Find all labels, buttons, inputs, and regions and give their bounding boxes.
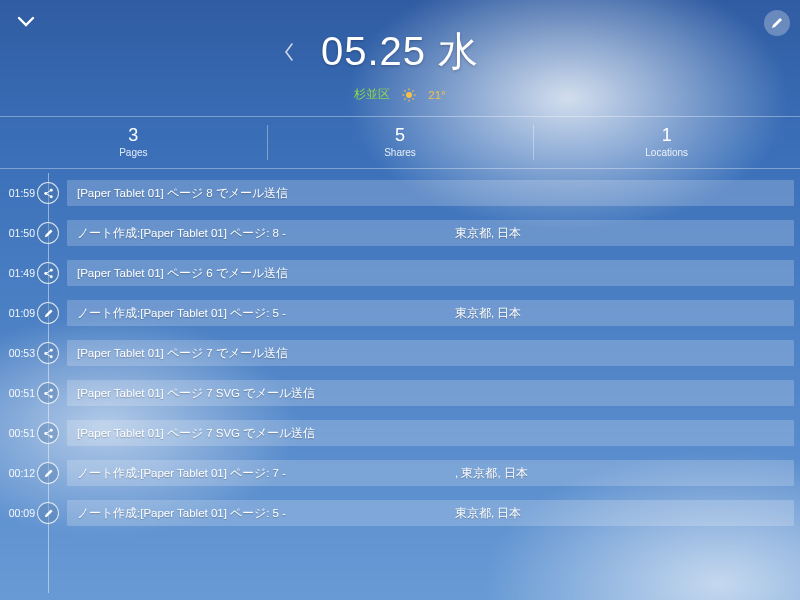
entry-time: 00:12 xyxy=(0,467,35,479)
location-name: 杉並区 xyxy=(354,87,390,102)
stats-row: 3 Pages 5 Shares 1 Locations xyxy=(0,116,800,169)
svg-line-17 xyxy=(46,270,49,272)
svg-line-7 xyxy=(405,98,406,99)
sun-icon xyxy=(402,88,416,102)
stat-shares[interactable]: 5 Shares xyxy=(267,117,534,168)
pencil-icon xyxy=(37,462,59,484)
entry-bar: ノート作成:[Paper Tablet 01] ページ: 5 -東京都, 日本 xyxy=(67,300,794,326)
entry-text: ノート作成:[Paper Tablet 01] ページ: 7 - xyxy=(77,466,286,481)
entry-bar: ノート作成:[Paper Tablet 01] ページ: 8 -東京都, 日本 xyxy=(67,220,794,246)
svg-line-28 xyxy=(46,394,49,396)
entry-text: ノート作成:[Paper Tablet 01] ページ: 5 - xyxy=(77,506,286,521)
svg-line-33 xyxy=(46,434,49,436)
entry-location: , 東京都, 日本 xyxy=(455,466,655,481)
share-icon xyxy=(37,422,59,444)
stat-label: Pages xyxy=(0,147,267,158)
pencil-icon xyxy=(37,302,59,324)
stat-count: 1 xyxy=(533,125,800,146)
entry-text: [Paper Tablet 01] ページ 7 SVG でメール送信 xyxy=(77,386,315,401)
weather-row: 杉並区 21° xyxy=(0,87,800,102)
pencil-icon xyxy=(37,222,59,244)
entry-bar: [Paper Tablet 01] ページ 7 SVG でメール送信 xyxy=(67,380,794,406)
entry-time: 00:09 xyxy=(0,507,35,519)
share-icon xyxy=(37,382,59,404)
share-icon xyxy=(37,182,59,204)
timeline-entry[interactable]: 00:51[Paper Tablet 01] ページ 7 SVG でメール送信 xyxy=(0,413,800,453)
svg-line-22 xyxy=(46,350,49,352)
entry-location: 東京都, 日本 xyxy=(455,226,655,241)
entry-bar: [Paper Tablet 01] ページ 7 でメール送信 xyxy=(67,340,794,366)
prev-day-button[interactable] xyxy=(283,41,295,63)
entry-time: 01:50 xyxy=(0,227,35,239)
date-title: 05.25 水 xyxy=(321,24,479,79)
entry-location: 東京都, 日本 xyxy=(455,506,655,521)
stat-locations[interactable]: 1 Locations xyxy=(533,117,800,168)
share-icon xyxy=(37,262,59,284)
timeline-entry[interactable]: 01:59[Paper Tablet 01] ページ 8 でメール送信 xyxy=(0,173,800,213)
entry-text: [Paper Tablet 01] ページ 7 SVG でメール送信 xyxy=(77,426,315,441)
entry-time: 00:53 xyxy=(0,347,35,359)
entry-text: [Paper Tablet 01] ページ 8 でメール送信 xyxy=(77,186,288,201)
entry-text: ノート作成:[Paper Tablet 01] ページ: 5 - xyxy=(77,306,286,321)
svg-line-12 xyxy=(46,190,49,192)
temperature: 21° xyxy=(428,89,445,101)
entry-bar: ノート作成:[Paper Tablet 01] ページ: 5 -東京都, 日本 xyxy=(67,500,794,526)
timeline-entry[interactable]: 00:12ノート作成:[Paper Tablet 01] ページ: 7 -, 東… xyxy=(0,453,800,493)
timeline: 01:59[Paper Tablet 01] ページ 8 でメール送信01:50… xyxy=(0,173,800,593)
entry-text: ノート作成:[Paper Tablet 01] ページ: 8 - xyxy=(77,226,286,241)
entry-bar: [Paper Tablet 01] ページ 7 SVG でメール送信 xyxy=(67,420,794,446)
chevron-left-icon xyxy=(283,41,295,63)
entry-time: 01:49 xyxy=(0,267,35,279)
timeline-entry[interactable]: 00:09ノート作成:[Paper Tablet 01] ページ: 5 -東京都… xyxy=(0,493,800,533)
pencil-icon xyxy=(37,502,59,524)
stat-label: Shares xyxy=(267,147,534,158)
stat-pages[interactable]: 3 Pages xyxy=(0,117,267,168)
stat-label: Locations xyxy=(533,147,800,158)
entry-bar: ノート作成:[Paper Tablet 01] ページ: 7 -, 東京都, 日… xyxy=(67,460,794,486)
svg-line-5 xyxy=(405,90,406,91)
svg-line-6 xyxy=(413,98,414,99)
entry-time: 00:51 xyxy=(0,387,35,399)
svg-line-32 xyxy=(46,430,49,432)
entry-bar: [Paper Tablet 01] ページ 8 でメール送信 xyxy=(67,180,794,206)
entry-time: 00:51 xyxy=(0,427,35,439)
timeline-entry[interactable]: 00:51[Paper Tablet 01] ページ 7 SVG でメール送信 xyxy=(0,373,800,413)
svg-line-18 xyxy=(46,274,49,276)
entry-text: [Paper Tablet 01] ページ 6 でメール送信 xyxy=(77,266,288,281)
svg-line-13 xyxy=(46,194,49,196)
entry-time: 01:09 xyxy=(0,307,35,319)
entry-location: 東京都, 日本 xyxy=(455,306,655,321)
header: 05.25 水 杉並区 21° xyxy=(0,0,800,102)
share-icon xyxy=(37,342,59,364)
stat-count: 3 xyxy=(0,125,267,146)
svg-point-0 xyxy=(406,92,412,98)
timeline-entry[interactable]: 01:50ノート作成:[Paper Tablet 01] ページ: 8 -東京都… xyxy=(0,213,800,253)
timeline-entry[interactable]: 01:49[Paper Tablet 01] ページ 6 でメール送信 xyxy=(0,253,800,293)
entry-time: 01:59 xyxy=(0,187,35,199)
svg-line-8 xyxy=(413,90,414,91)
stat-count: 5 xyxy=(267,125,534,146)
entry-bar: [Paper Tablet 01] ページ 6 でメール送信 xyxy=(67,260,794,286)
entry-text: [Paper Tablet 01] ページ 7 でメール送信 xyxy=(77,346,288,361)
svg-line-27 xyxy=(46,390,49,392)
svg-line-23 xyxy=(46,354,49,356)
timeline-entry[interactable]: 01:09ノート作成:[Paper Tablet 01] ページ: 5 -東京都… xyxy=(0,293,800,333)
timeline-entry[interactable]: 00:53[Paper Tablet 01] ページ 7 でメール送信 xyxy=(0,333,800,373)
